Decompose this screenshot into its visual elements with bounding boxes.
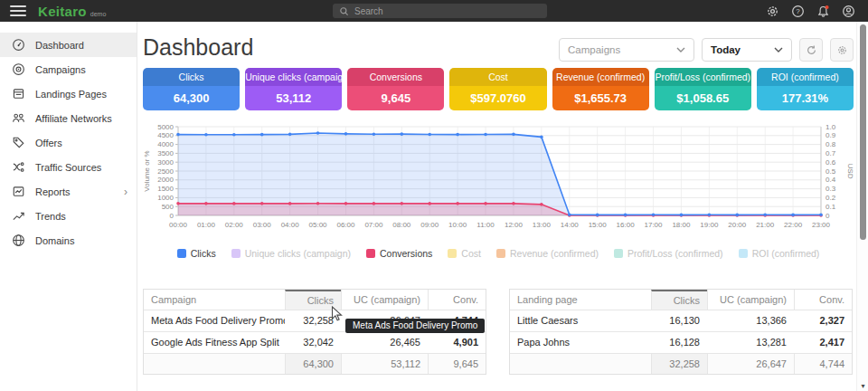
sidebar-item-label: Landings Pages (35, 89, 107, 100)
table-totals-row: 32,25826,6474,744 (510, 353, 852, 374)
table-row[interactable]: Little Caesars16,13013,3662,327 (510, 310, 852, 331)
campaigns-filter-select[interactable]: Campaigns (559, 38, 694, 62)
sidebar-item-dashboard[interactable]: Dashboard (0, 33, 137, 57)
account-icon[interactable] (842, 5, 855, 18)
help-icon[interactable]: ? (791, 5, 805, 18)
column-header-conv[interactable]: Conv. (794, 290, 852, 310)
svg-text:10:00: 10:00 (448, 221, 467, 229)
landing-pages-table: Landing pageClicksUC (campaign)Conv.Litt… (509, 289, 853, 375)
legend-item-clicks[interactable]: Clicks (177, 248, 216, 259)
scrollbar-thumb[interactable] (860, 24, 866, 240)
svg-text:0.8: 0.8 (826, 140, 836, 148)
legend-swatch (366, 249, 375, 258)
date-range-value: Today (711, 44, 741, 55)
trends-icon (12, 209, 25, 223)
mouse-cursor (331, 306, 344, 322)
svg-text:0.9: 0.9 (826, 131, 836, 139)
stat-card-label: Conversions (347, 68, 444, 86)
traffic-chart[interactable]: 0500100015002000250030003500400045005000… (140, 119, 856, 237)
sidebar-item-offers[interactable]: Offers (0, 130, 137, 155)
totals-cell (144, 354, 285, 374)
stat-cards: Clicks64,300Unique clicks (campaign)53,1… (143, 68, 854, 110)
svg-text:01:00: 01:00 (197, 221, 216, 229)
svg-text:05:00: 05:00 (309, 221, 328, 229)
svg-text:20:00: 20:00 (728, 221, 747, 229)
svg-text:0.5: 0.5 (826, 167, 836, 176)
row-name-cell: Little Caesars (510, 310, 651, 331)
totals-cell: 9,645 (428, 354, 486, 374)
stat-card-conversions[interactable]: Conversions9,645 (347, 68, 444, 110)
legend-swatch (177, 249, 186, 258)
sidebar-item-trends[interactable]: Trends (0, 204, 137, 228)
legend-swatch (496, 249, 505, 258)
stat-card-cost[interactable]: Cost$597.0760 (449, 68, 546, 110)
totals-cell: 53,112 (341, 354, 428, 374)
legend-label: Unique clicks (campaign) (245, 248, 351, 259)
stat-card-profit-loss-confirmed[interactable]: Profit/Loss (confirmed)$1,058.65 (655, 68, 751, 110)
stat-card-unique-clicks-campaign[interactable]: Unique clicks (campaign)53,112 (245, 68, 342, 110)
svg-text:02:00: 02:00 (225, 221, 244, 229)
scrollbar-down-arrow[interactable]: ▾ (857, 382, 868, 390)
campaigns-filter-value: Campaigns (568, 44, 620, 55)
stat-card-revenue-confirmed[interactable]: Revenue (confirmed)$1,655.73 (552, 68, 649, 110)
sidebar-item-landings-pages[interactable]: Landings Pages (0, 81, 137, 106)
column-header-uc-campaign[interactable]: UC (campaign) (341, 290, 428, 310)
stat-card-roi-confirmed[interactable]: ROI (confirmed)177.31% (757, 68, 854, 110)
date-range-select[interactable]: Today (702, 38, 792, 62)
legend-item-revenue-confirmed[interactable]: Revenue (confirmed) (496, 248, 599, 259)
vertical-scrollbar[interactable]: ▾ (856, 22, 868, 391)
svg-text:13:00: 13:00 (533, 221, 552, 229)
row-name-cell: Meta Ads Food Delivery Promo (144, 310, 285, 331)
stat-card-value: $597.0760 (449, 86, 546, 110)
table-row[interactable]: Papa Johns16,12813,2812,417 (510, 331, 852, 353)
stat-card-label: Clicks (143, 68, 240, 86)
settings-icon[interactable] (766, 5, 779, 18)
sidebar-item-reports[interactable]: Reports› (0, 179, 137, 204)
legend-item-roi-confirmed[interactable]: ROI (confirmed) (739, 248, 820, 259)
stat-card-clicks[interactable]: Clicks64,300 (143, 68, 240, 110)
sidebar-item-domains[interactable]: Domains (0, 228, 137, 253)
legend-label: Profit/Loss (confirmed) (627, 248, 723, 259)
legend-label: Cost (461, 248, 481, 259)
menu-icon[interactable] (10, 5, 26, 16)
totals-cell (510, 354, 651, 374)
row-value-cell: 2,327 (794, 310, 852, 331)
table-header-row: CampaignClicksUC (campaign)Conv. (144, 290, 486, 310)
column-header-uc-campaign[interactable]: UC (campaign) (707, 290, 794, 310)
stat-card-label: Profit/Loss (confirmed) (655, 68, 751, 86)
column-header-campaign[interactable]: Campaign (144, 290, 285, 310)
svg-text:18:00: 18:00 (672, 221, 691, 229)
column-header-conv[interactable]: Conv. (428, 290, 486, 310)
legend-swatch (448, 249, 457, 258)
filters-bar: Campaigns Today (559, 38, 854, 62)
legend-item-conversions[interactable]: Conversions (366, 248, 432, 259)
stat-card-label: Revenue (confirmed) (552, 68, 649, 86)
search-placeholder: Search (354, 6, 383, 16)
legend-item-cost[interactable]: Cost (448, 248, 481, 259)
search-input[interactable]: Search (333, 4, 547, 18)
table-row[interactable]: Google Ads Fitness App Split32,04226,465… (144, 331, 486, 353)
svg-text:19:00: 19:00 (700, 221, 719, 229)
stat-card-value: $1,655.73 (552, 86, 649, 110)
refresh-button[interactable] (799, 38, 823, 62)
sidebar-item-campaigns[interactable]: Campaigns (0, 57, 137, 81)
svg-text:21:00: 21:00 (756, 221, 775, 229)
legend-item-profit-loss-confirmed[interactable]: Profit/Loss (confirmed) (614, 248, 723, 259)
stat-card-value: 177.31% (757, 86, 854, 110)
sidebar-item-affiliate-networks[interactable]: Affiliate Networks (0, 106, 137, 130)
notifications-icon[interactable] (816, 5, 830, 18)
legend-item-unique-clicks-campaign[interactable]: Unique clicks (campaign) (231, 248, 351, 259)
reports-icon (12, 185, 25, 198)
svg-text:?: ? (796, 7, 800, 15)
brand-logo[interactable]: Keitaro demo (38, 4, 106, 19)
dashboard-settings-button[interactable] (830, 38, 854, 62)
legend-swatch (739, 249, 748, 258)
svg-text:0.4: 0.4 (826, 176, 836, 184)
row-value-cell: 13,281 (707, 332, 794, 353)
column-header-landing-page[interactable]: Landing page (510, 290, 651, 310)
svg-text:3000: 3000 (157, 158, 174, 167)
sidebar-item-traffic-sources[interactable]: Traffic Sources (0, 155, 137, 179)
column-header-clicks[interactable]: Clicks (651, 290, 707, 310)
row-name-cell: Papa Johns (510, 332, 651, 353)
row-name-cell: Google Ads Fitness App Split (144, 332, 285, 353)
